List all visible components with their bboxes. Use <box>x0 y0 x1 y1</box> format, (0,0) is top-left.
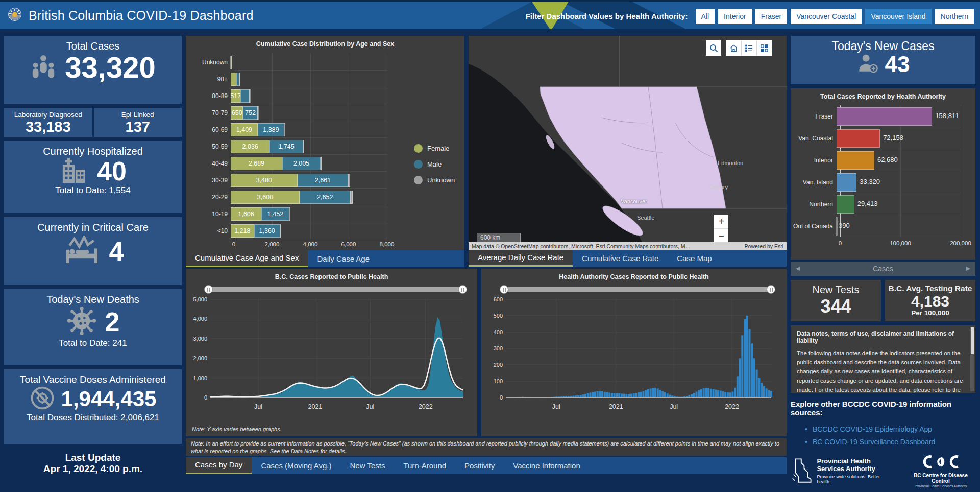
right-arrow-icon[interactable]: ▶ <box>966 265 970 272</box>
bar-segment-female: 2,036 <box>231 140 270 153</box>
age-chart-x-axis: 02,0004,0006,0008,000 <box>234 241 387 250</box>
filter-button-interior[interactable]: Interior <box>718 9 752 24</box>
home-icon[interactable] <box>726 40 741 56</box>
scrollbar[interactable] <box>970 327 974 391</box>
filter-button-all[interactable]: All <box>696 9 715 24</box>
ha-category-label: Fraser <box>791 113 837 120</box>
map-panel[interactable]: EdmontonCalgaryVancouverSeattle <box>469 36 787 250</box>
filter-button-fraser[interactable]: Fraser <box>755 9 787 24</box>
legend-list-icon[interactable] <box>741 40 756 56</box>
left-arrow-icon[interactable]: ◀ <box>796 265 800 272</box>
laboratory-diagnosed-label: Laboratory Diagnosed <box>4 111 92 119</box>
bar-segment-female: 1,409 <box>231 123 258 136</box>
scrollbar-thumb[interactable] <box>971 327 974 354</box>
svg-text:2021: 2021 <box>308 403 323 410</box>
epi-linked-card: Epi-Linked 137 <box>94 108 182 137</box>
tab-turn-around[interactable]: Turn-Around <box>394 457 455 474</box>
data-notes-body: The following data notes define the indi… <box>797 349 965 393</box>
tab-cumulative-case-age-and-sex[interactable]: Cumulative Case Age and Sex <box>186 250 308 267</box>
map-canvas[interactable] <box>469 36 787 250</box>
data-notes-text: The following data notes define the indi… <box>797 350 963 393</box>
age-chart-row: 80-89517 <box>190 87 464 104</box>
y-axis-note: Note: Y-axis varies between graphs. <box>192 426 477 432</box>
tab-cases-by-day[interactable]: Cases by Day <box>186 457 252 474</box>
filter-buttons: AllInteriorFraserVancouver CoastalVancou… <box>696 9 974 24</box>
age-category-label: 30-39 <box>190 177 231 184</box>
bc-government-logo <box>7 8 22 24</box>
slider-track[interactable] <box>208 287 463 292</box>
bar-segment-female <box>231 73 236 86</box>
bar-segment-unknown <box>350 191 353 204</box>
bar-value-label: 29,413 <box>857 200 878 207</box>
ha-bar-track: 72,158 <box>837 129 957 148</box>
phsa-logo: Provincial Health Services Authority Pro… <box>791 458 891 484</box>
hospitalized-total-to-date: Total to Date: 1,554 <box>4 185 182 199</box>
vaccine-doses-card: Total Vaccine Doses Administered 1,944,4… <box>4 369 182 444</box>
list-item: BCCDC COVID-19 Epidemiology App <box>805 423 975 436</box>
age-chart-row: 10-191,6061,452 <box>190 205 464 222</box>
bar-segment-male: 2,005 <box>282 157 321 170</box>
slider-handle-left[interactable] <box>204 285 213 294</box>
svg-text:300: 300 <box>494 345 503 352</box>
link-bc-covid-19-surveillance-dashboard[interactable]: BC COVID-19 Surveillance Dashboard <box>813 438 935 446</box>
filter-button-vancouver-island[interactable]: Vancouver Island <box>865 9 931 24</box>
link-bccdc-covid-19-epidemiology-app[interactable]: BCCDC COVID-19 Epidemiology App <box>813 425 932 433</box>
page-title: British Columbia COVID-19 Dashboard <box>29 8 254 23</box>
age-chart-row: <101,2181,360 <box>190 222 464 239</box>
age-bar-stack: 1,2181,360 <box>231 224 280 238</box>
age-chart-tabbar: Cumulative Case Age and SexDaily Case Ag… <box>186 250 464 267</box>
ha-cases-chart-title: Health Authority Cases Reported to Publi… <box>481 269 787 283</box>
explore-links: BCCDC COVID-19 Epidemiology AppBC COVID-… <box>805 423 975 448</box>
slider-handle-left[interactable] <box>500 285 508 294</box>
bar-segment-female: 517 <box>231 89 240 103</box>
new-tests-title: New Tests <box>791 284 881 296</box>
data-notes-panel: Data notes, terms of use, disclaimer and… <box>791 325 975 393</box>
x-axis-tick: 200,000 <box>950 240 971 246</box>
bar-value-label: 62,680 <box>877 156 898 163</box>
tab-case-map[interactable]: Case Map <box>668 250 721 267</box>
age-category-label: 40-49 <box>190 160 231 167</box>
tab-vaccine-information[interactable]: Vaccine Information <box>504 457 589 474</box>
x-axis-tick: 8,000 <box>380 241 395 247</box>
map-toolbar <box>706 40 772 56</box>
vaccine-doses-title: Total Vaccine Doses Administered <box>4 369 182 385</box>
bar-segment-female: 1,218 <box>231 224 254 238</box>
hospitalized-card: Currently Hospitalized <box>4 141 182 213</box>
search-icon[interactable] <box>706 40 721 56</box>
bar-segment-unknown <box>303 140 304 153</box>
vaccine-doses-value: 1,944,435 <box>61 387 157 411</box>
filter-button-northern[interactable]: Northern <box>935 9 974 24</box>
tab-positivity[interactable]: Positivity <box>455 457 504 474</box>
slider-track[interactable] <box>504 287 771 292</box>
bar-segment-unknown <box>289 207 290 221</box>
todays-new-cases-title: Today's New Cases <box>791 36 975 53</box>
tab-new-tests[interactable]: New Tests <box>341 457 395 474</box>
svg-text:100: 100 <box>494 378 503 384</box>
svg-text:3,000: 3,000 <box>193 336 207 342</box>
tab-cumulative-case-rate[interactable]: Cumulative Case Rate <box>573 250 668 267</box>
bar-fraser <box>837 107 932 126</box>
plus-icon[interactable]: + <box>714 215 728 229</box>
hospitalized-value: 40 <box>97 157 127 185</box>
bc-cases-chart-panel: B.C. Cases Reported to Public Health 01,… <box>186 269 477 436</box>
bar-segment-female: 3,480 <box>231 174 298 187</box>
tab-cases-moving-avg-[interactable]: Cases (Moving Avg.) <box>252 457 340 474</box>
testing-rate-title: B.C. Avg. Testing Rate <box>885 284 975 293</box>
health-authority-filterbar: Filter Dashboard Values by Health Author… <box>526 2 974 29</box>
footer-logos: Provincial Health Services Authority Pro… <box>791 454 975 488</box>
minus-icon[interactable]: − <box>714 229 728 243</box>
age-bar-stack <box>231 73 239 86</box>
bar-segment-unknown <box>239 73 240 86</box>
basemap-grid-icon[interactable] <box>756 40 772 56</box>
people-group-icon <box>30 53 57 82</box>
dashboard-note: Note: In an effort to provide as current… <box>186 438 787 456</box>
tab-average-daily-case-rate[interactable]: Average Daily Case Rate <box>469 250 573 267</box>
map-city-label-seattle: Seattle <box>637 215 654 221</box>
filter-button-vancouver-coastal[interactable]: Vancouver Coastal <box>791 9 862 24</box>
slider-handle-right[interactable] <box>458 285 467 294</box>
age-sex-chart: Unknown90+80-8951770-7965075260-691,4091… <box>190 54 464 250</box>
bc-outline-icon <box>791 458 813 484</box>
slider-handle-right[interactable] <box>767 285 775 294</box>
tab-daily-case-age[interactable]: Daily Case Age <box>308 250 379 267</box>
bar-segment-male: 2,652 <box>300 191 350 204</box>
